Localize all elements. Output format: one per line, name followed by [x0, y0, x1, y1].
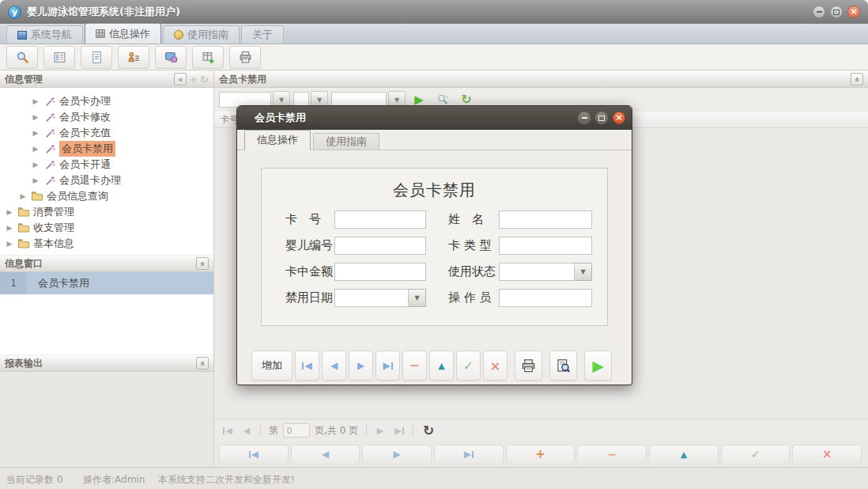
tab-system-navigation[interactable]: 系统导航 — [6, 25, 83, 44]
dialog-close-button[interactable]: × — [613, 112, 625, 124]
first-record-icon: ◀ — [302, 360, 311, 371]
dialog-cancel-record-button[interactable]: × — [483, 351, 508, 381]
dialog-minimize-button[interactable] — [578, 112, 591, 124]
page-number-input[interactable] — [283, 423, 310, 438]
operator-input[interactable] — [499, 289, 592, 307]
delete-record-button[interactable]: − — [577, 445, 647, 464]
tree-item-card-modify[interactable]: ▶ 会员卡修改 — [0, 109, 213, 125]
report-tool-button[interactable] — [81, 46, 112, 69]
dialog-delete-record-button[interactable]: − — [402, 351, 427, 381]
prev-page-button[interactable]: ◀ — [238, 422, 255, 439]
app-window: y 婴儿游泳馆管理系统(非注册用户) × 系统导航 信息操作 使用指南 关于 — [0, 0, 868, 489]
tree-item-basic-info[interactable]: ▶ 基本信息 — [0, 236, 213, 252]
info-window-item[interactable]: 1 会员卡禁用 — [0, 272, 213, 294]
card-type-input[interactable] — [499, 237, 592, 255]
tree-item-card-disable[interactable]: ▶ 会员卡禁用 — [0, 141, 213, 157]
disable-date-select[interactable]: ▼ — [334, 289, 426, 307]
dialog-last-record-button[interactable]: ▶ — [376, 351, 400, 381]
prev-record-button[interactable]: ◀ — [291, 445, 360, 464]
chevron-down-icon: ▼ — [580, 268, 585, 275]
tab-about[interactable]: 关于 — [241, 25, 284, 44]
cancel-record-button[interactable]: × — [792, 445, 862, 464]
dialog-tab-info-operation[interactable]: 信息操作 — [244, 130, 311, 150]
status-message: 本系统支持二次开发和全新开发! — [158, 473, 295, 487]
tree-item-income-manage[interactable]: ▶ 收支管理 — [0, 220, 213, 236]
dialog-print-preview-button[interactable] — [549, 351, 577, 381]
tab-label: 关于 — [252, 28, 273, 42]
close-button[interactable]: × — [847, 6, 860, 18]
add-record-button[interactable]: 增加 — [251, 351, 292, 381]
card-number-input[interactable] — [334, 210, 426, 229]
expand-arrow-icon[interactable]: ▶ — [32, 176, 40, 184]
form-tool-button[interactable] — [43, 46, 75, 69]
dialog-titlebar[interactable]: 会员卡禁用 × — [237, 106, 632, 130]
operator-label: 操作者:Admin — [83, 473, 145, 487]
dialog-first-record-button[interactable]: ◀ — [295, 351, 319, 381]
play-icon: ▶ — [592, 358, 604, 373]
collapse-main-panel-button[interactable]: « — [851, 73, 863, 85]
dialog-tab-user-guide[interactable]: 使用指南 — [313, 133, 379, 150]
expand-arrow-icon[interactable]: ▶ — [19, 192, 27, 200]
record-nav-toolbar: ◀ ◀ ▶ ▶ + − ▲ ✓ × — [214, 442, 868, 467]
triangle-up-icon: ▲ — [681, 449, 687, 460]
edit-record-button[interactable]: ▲ — [649, 445, 719, 464]
collapse-sidebar-button[interactable]: « — [174, 73, 187, 85]
dropdown-button[interactable]: ▼ — [409, 289, 426, 307]
next-record-button[interactable]: ▶ — [362, 445, 432, 464]
card-balance-label: 卡中金额 — [285, 264, 334, 279]
print-tool-button[interactable] — [229, 46, 261, 69]
maximize-button[interactable] — [830, 6, 843, 18]
tree-item-card-enable[interactable]: ▶ 会员卡开通 — [0, 157, 213, 172]
name-input[interactable] — [499, 210, 592, 229]
prev-record-icon: ◀ — [322, 449, 329, 460]
last-record-icon: ▶ — [383, 360, 392, 371]
expand-arrow-icon[interactable]: ▶ — [32, 129, 40, 137]
tab-user-guide[interactable]: 使用指南 — [163, 25, 240, 44]
insert-record-button[interactable]: + — [506, 445, 576, 464]
last-page-button[interactable]: ▶ — [391, 422, 408, 439]
search-tool-button[interactable] — [6, 46, 38, 69]
first-record-button[interactable]: ◀ — [219, 445, 289, 464]
dialog-body: 会员卡禁用 卡 号 姓 名 婴儿编号 卡 类 型 — [237, 150, 632, 386]
tree-item-card-recharge[interactable]: ▶ 会员卡充值 — [0, 125, 213, 141]
refresh-grid-button[interactable]: ↻ — [423, 424, 434, 438]
last-record-button[interactable]: ▶ — [434, 445, 504, 464]
tree-item-label: 基本信息 — [33, 237, 74, 251]
collapse-info-window-button[interactable]: « — [196, 257, 209, 270]
tree-item-card-return[interactable]: ▶ 会员退卡办理 — [0, 172, 213, 188]
dialog-edit-record-button[interactable]: ▲ — [429, 351, 454, 381]
baby-id-input[interactable] — [334, 237, 426, 255]
usage-status-select[interactable]: ▼ — [499, 263, 592, 281]
tab-info-operation[interactable]: 信息操作 — [85, 23, 161, 44]
dialog-next-record-button[interactable]: ▶ — [349, 351, 373, 381]
dialog-maximize-button[interactable] — [595, 112, 608, 124]
next-record-icon: ▶ — [357, 360, 364, 371]
usage-status-input[interactable] — [499, 263, 575, 281]
expand-arrow-icon[interactable]: ▶ — [32, 161, 40, 169]
tree-item-card-register[interactable]: ▶ 会员卡办理 — [0, 93, 213, 109]
dialog-execute-button[interactable]: ▶ — [584, 351, 612, 381]
printer-icon — [521, 358, 536, 373]
tree-item-consume-manage[interactable]: ▶ 消费管理 — [0, 204, 213, 220]
operator-tool-button[interactable] — [118, 46, 149, 69]
expand-arrow-icon[interactable]: ▶ — [32, 97, 40, 105]
dropdown-button[interactable]: ▼ — [575, 263, 592, 281]
disable-date-input[interactable] — [334, 289, 409, 307]
dialog-print-button[interactable] — [515, 351, 542, 381]
expand-arrow-icon[interactable]: ▶ — [6, 224, 13, 232]
expand-arrow-icon[interactable]: ▶ — [6, 240, 13, 248]
dialog-post-record-button[interactable]: ✓ — [456, 351, 481, 381]
minimize-button[interactable] — [813, 6, 825, 18]
data-tool-button[interactable] — [192, 46, 224, 69]
post-record-button[interactable]: ✓ — [721, 445, 791, 464]
tree-item-member-query[interactable]: ▶ 会员信息查询 — [0, 188, 213, 204]
card-balance-input[interactable] — [334, 263, 426, 281]
expand-arrow-icon[interactable]: ▶ — [6, 208, 13, 216]
expand-arrow-icon[interactable]: ▶ — [32, 145, 40, 153]
next-page-button[interactable]: ▶ — [372, 422, 389, 439]
collapse-report-output-button[interactable]: « — [196, 357, 209, 370]
monitor-tool-button[interactable] — [155, 46, 187, 69]
first-page-button[interactable]: ◀ — [219, 422, 236, 439]
dialog-prev-record-button[interactable]: ◀ — [322, 351, 346, 381]
expand-arrow-icon[interactable]: ▶ — [32, 113, 40, 121]
